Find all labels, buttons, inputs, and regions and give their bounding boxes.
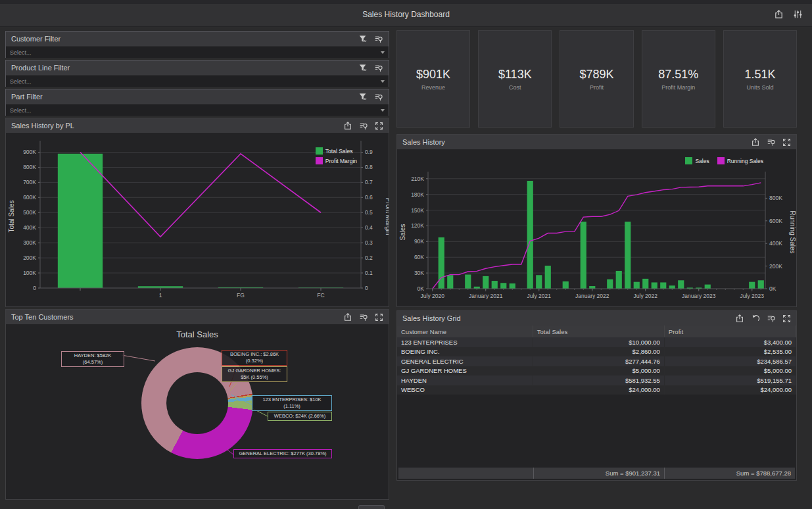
kpi-card-revenue: $901K Revenue bbox=[396, 30, 470, 128]
inspect-data-icon[interactable] bbox=[359, 121, 368, 130]
legend-label: Total Sales bbox=[325, 148, 353, 155]
kpi-value: $789K bbox=[579, 68, 613, 82]
svg-text:July 2022: July 2022 bbox=[634, 293, 658, 299]
svg-text:0.9: 0.9 bbox=[365, 149, 373, 155]
svg-text:210K: 210K bbox=[411, 176, 424, 182]
product-line-filter-select[interactable]: Select... bbox=[6, 75, 389, 87]
legend-swatch bbox=[717, 157, 725, 164]
chevron-down-icon bbox=[381, 51, 385, 54]
table-row[interactable]: GENERAL ELECTRIC$277,444.76$234,586.57 bbox=[397, 356, 796, 366]
inspect-data-icon[interactable] bbox=[359, 312, 368, 322]
pie-label-123-enterprises: 123 ENTERPRISES: $10K (1.11%) bbox=[252, 395, 332, 411]
customer-name-cell: 123 ENTERPRISES bbox=[397, 337, 533, 347]
inspect-data-icon[interactable] bbox=[767, 137, 776, 147]
svg-text:1: 1 bbox=[159, 292, 162, 299]
parameters-icon[interactable] bbox=[793, 9, 803, 19]
customer-name-cell: WEBCO bbox=[397, 385, 533, 395]
maximize-icon[interactable] bbox=[375, 313, 383, 322]
table-row[interactable]: BOEING INC.$2,860.00$2,535.00 bbox=[397, 347, 796, 357]
inspect-data-icon[interactable] bbox=[767, 314, 776, 323]
legend-swatch bbox=[316, 157, 323, 164]
sales-history-grid-body: Customer NameTotal SalesProfit 123 ENTER… bbox=[397, 326, 796, 480]
legend-item: Profit Margin bbox=[316, 157, 357, 164]
table-row[interactable]: 123 ENTERPRISES$10,000.00$3,400.00 bbox=[397, 337, 796, 347]
clear-filter-icon[interactable] bbox=[358, 63, 368, 72]
kpi-value: 1.51K bbox=[744, 68, 775, 82]
grid-header[interactable]: Customer NameTotal SalesProfit bbox=[397, 326, 796, 337]
legend-label: Running Sales bbox=[727, 158, 763, 164]
export-icon[interactable] bbox=[774, 9, 784, 19]
grid-column-header[interactable]: Customer Name bbox=[397, 326, 533, 337]
kpi-card-profit: $789K Profit bbox=[560, 30, 633, 128]
pie-label-gj-gardner: GJ GARDNER HOMES: $5K (0.55%) bbox=[222, 366, 287, 382]
sales-history-chart-canvas[interactable]: 0K30K60K90K120K150K180K210K0K200K400K600… bbox=[397, 149, 796, 306]
total-sales-cell: $581,932.55 bbox=[533, 376, 664, 385]
maximize-icon[interactable] bbox=[782, 138, 791, 147]
top-ten-customers-body: Total Sales HAYDEN: $582K (64.57%) BOEIN… bbox=[6, 324, 389, 499]
profit-cell: $5,000.00 bbox=[664, 366, 796, 376]
profit-cell: $234,586.57 bbox=[664, 356, 796, 366]
svg-text:800K: 800K bbox=[23, 164, 36, 170]
dashboard-root: Sales History Dashboard Customer Filter … bbox=[0, 0, 812, 509]
maximize-icon[interactable] bbox=[375, 122, 383, 130]
svg-text:200K: 200K bbox=[769, 263, 782, 270]
dashboard-titlebar: Sales History Dashboard bbox=[0, 4, 812, 27]
export-icon[interactable] bbox=[751, 137, 760, 147]
sales-history-by-pl-body: 0100K200K300K400K500K600K700K800K900K00.… bbox=[6, 133, 389, 306]
grid-footer-profit-sum: Sum = $788,677.28 bbox=[664, 468, 795, 479]
svg-text:0.7: 0.7 bbox=[365, 179, 373, 185]
kpi-label: Profit Margin bbox=[661, 84, 695, 91]
total-sales-cell: $277,444.76 bbox=[533, 356, 664, 366]
pie-leader-lines bbox=[6, 324, 390, 499]
sales-history-by-pl-caption: Sales History by PL bbox=[6, 118, 389, 133]
svg-text:0: 0 bbox=[33, 285, 36, 291]
inspect-data-icon[interactable] bbox=[374, 34, 383, 43]
part-filter-caption: Part Filter bbox=[6, 89, 389, 104]
inspect-data-icon[interactable] bbox=[374, 63, 383, 72]
table-row[interactable]: GJ GARDNER HOMES$5,000.00$5,000.00 bbox=[397, 366, 796, 376]
grid-column-header[interactable]: Profit bbox=[664, 326, 796, 337]
product-line-filter-title: Product Line Filter bbox=[11, 64, 358, 72]
svg-text:0.5: 0.5 bbox=[365, 209, 373, 216]
bottom-panel-handle[interactable] bbox=[358, 505, 385, 509]
legend-swatch bbox=[685, 157, 692, 164]
svg-text:100K: 100K bbox=[23, 270, 36, 276]
pie-label-boeing: BOEING INC.: $2.86K (0.32%) bbox=[222, 350, 287, 366]
svg-text:900K: 900K bbox=[23, 149, 36, 155]
part-filter-select[interactable]: Select... bbox=[6, 104, 389, 116]
export-icon[interactable] bbox=[735, 314, 744, 323]
table-row[interactable]: WEBCO$24,000.00$24,000.00 bbox=[397, 385, 796, 395]
svg-text:Total Sales: Total Sales bbox=[8, 201, 15, 233]
inspect-data-icon[interactable] bbox=[374, 92, 383, 101]
svg-text:0K: 0K bbox=[769, 285, 776, 292]
undo-icon[interactable] bbox=[751, 314, 760, 323]
grid-column-header[interactable]: Total Sales bbox=[533, 326, 664, 337]
svg-text:300K: 300K bbox=[23, 239, 36, 246]
svg-text:400K: 400K bbox=[23, 224, 36, 231]
table-row[interactable]: HAYDEN$581,932.55$519,155.71 bbox=[397, 376, 796, 385]
export-icon[interactable] bbox=[343, 312, 352, 322]
clear-filter-icon[interactable] bbox=[358, 34, 368, 43]
part-filter-title: Part Filter bbox=[11, 93, 358, 101]
legend-item: Running Sales bbox=[717, 157, 763, 164]
part-filter-placeholder: Select... bbox=[10, 107, 32, 114]
maximize-icon[interactable] bbox=[782, 314, 791, 323]
part-filter-panel: Part Filter Select... bbox=[5, 89, 389, 116]
kpi-value: $113K bbox=[498, 68, 532, 82]
kpi-row: $901K Revenue $113K Cost $789K Profit 87… bbox=[396, 30, 797, 128]
customer-filter-select[interactable]: Select... bbox=[6, 46, 389, 58]
svg-text:FC: FC bbox=[317, 292, 324, 299]
svg-text:0.1: 0.1 bbox=[365, 270, 373, 276]
svg-text:0: 0 bbox=[365, 285, 368, 291]
sales-history-by-pl-legend: Total Sales Profit Margin bbox=[316, 147, 357, 164]
clear-filter-icon[interactable] bbox=[358, 92, 368, 101]
sales-history-grid-table: Customer NameTotal SalesProfit 123 ENTER… bbox=[397, 326, 796, 395]
sales-history-by-pl-panel: Sales History by PL 0100K200K300K400K500… bbox=[5, 118, 389, 307]
svg-text:0K: 0K bbox=[418, 285, 425, 292]
pie-label-hayden: HAYDEN: $582K (64.57%) bbox=[61, 351, 124, 367]
profit-cell: $519,155.71 bbox=[664, 376, 796, 385]
export-icon[interactable] bbox=[343, 121, 352, 130]
legend-swatch bbox=[316, 147, 323, 155]
page-title: Sales History Dashboard bbox=[0, 10, 812, 19]
customer-filter-placeholder: Select... bbox=[10, 49, 32, 56]
